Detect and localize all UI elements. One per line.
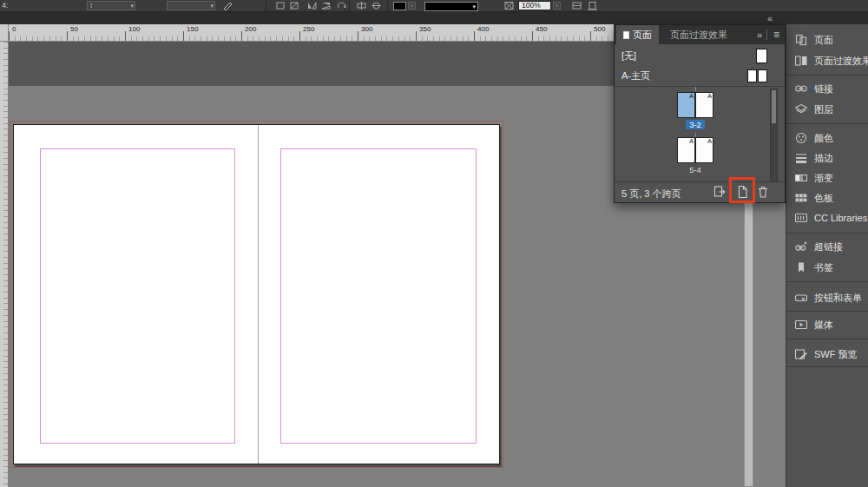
ruler-number: 350: [419, 25, 431, 33]
zoom-stepper[interactable]: ›: [553, 2, 561, 10]
spread-thumbnails-3-2: A A: [677, 92, 713, 118]
flip-vertical-icon[interactable]: [320, 1, 332, 10]
dock-divider: [786, 339, 868, 339]
dock-divider: [786, 281, 868, 282]
ruler-number: 450: [536, 25, 547, 33]
dock-item-label: 颜色: [814, 132, 833, 144]
hyperlinks-icon: [794, 240, 808, 253]
constrain-icon[interactable]: [503, 1, 515, 10]
dock-item-label: 图层: [814, 103, 833, 115]
toolbar-icon[interactable]: [289, 1, 300, 10]
ruler-origin-corner[interactable]: [0, 24, 9, 42]
toolbar-icon[interactable]: [371, 1, 382, 10]
page-thumbnail-5[interactable]: A: [677, 137, 695, 163]
buttons-forms-icon: [794, 292, 808, 304]
dock-divider: [786, 311, 868, 312]
dock-item-label: 书签: [814, 261, 833, 273]
indesign-window: 4: ↕ ▾ ▾ › ▾: [0, 0, 868, 487]
spread-binding-tick: [695, 87, 696, 91]
zoom-level-field[interactable]: 100%: [518, 1, 551, 10]
dock-item-buttons-and-forms[interactable]: 按钮和表单: [786, 289, 868, 306]
dock-item-label: CC Libraries: [814, 212, 867, 224]
dock-item-cc-libraries[interactable]: CC Libraries: [786, 209, 868, 227]
vertical-scrollbar[interactable]: [744, 202, 753, 487]
updown-icon: ↕: [89, 2, 93, 10]
toolbar-icon[interactable]: [356, 1, 367, 10]
master-none-label: [无]: [621, 49, 636, 63]
dock-item-gradient[interactable]: 渐变: [786, 169, 868, 187]
tab-page-transitions[interactable]: 页面过渡效果: [665, 25, 733, 44]
page-thumbnail-3[interactable]: A: [677, 92, 695, 118]
dock-item-stroke[interactable]: 描边: [786, 149, 868, 167]
toolbar-icon[interactable]: [571, 1, 582, 10]
vertical-ruler[interactable]: [0, 42, 9, 487]
tab-overflow-icon[interactable]: »: [757, 25, 762, 44]
dock-item-bookmarks[interactable]: 书签: [786, 259, 868, 276]
panel-divider: [615, 86, 785, 87]
collapse-panels-icon[interactable]: «: [767, 13, 773, 23]
toolbar-separator: [266, 1, 266, 11]
ruler-number: 300: [361, 25, 372, 33]
dock-item-links[interactable]: 链接: [786, 80, 868, 97]
chevron-down-icon: ▾: [472, 3, 476, 10]
fill-swatch[interactable]: [393, 2, 406, 10]
toolbar-icon[interactable]: [587, 1, 598, 10]
scrollbar-thumb[interactable]: [772, 90, 776, 123]
swatch-stepper[interactable]: ›: [408, 2, 416, 10]
edit-page-size-button[interactable]: [713, 184, 728, 200]
toolbar-left-label: 4:: [2, 1, 9, 10]
master-a-label: A-主页: [621, 69, 650, 82]
dock-item-layers[interactable]: 图层: [786, 101, 868, 118]
swf-preview-icon: [794, 348, 808, 360]
spread-label-text: 5-4: [686, 165, 705, 174]
dock-item-page-transitions[interactable]: 页面过渡效果: [786, 52, 868, 69]
dock-item-label: 超链接: [814, 240, 843, 253]
tab-page-transitions-label: 页面过渡效果: [670, 30, 727, 40]
document-spread[interactable]: [13, 124, 500, 464]
zoom-value: 100%: [522, 1, 541, 10]
rotate-icon[interactable]: [336, 1, 347, 10]
chevron-right-icon: ›: [556, 3, 557, 9]
dock-divider: [786, 75, 868, 76]
dock-item-label: 页面过渡效果: [814, 55, 868, 67]
stroke-preview-swatch[interactable]: ▾: [424, 2, 478, 11]
panel-dock: 页面 页面过渡效果 链接 图层 颜色 描边: [786, 24, 868, 487]
toolbar-separator: [349, 1, 350, 11]
dock-divider: [786, 123, 868, 124]
tab-pages[interactable]: 页面: [616, 25, 659, 44]
dock-item-hyperlinks[interactable]: 超链接: [786, 238, 868, 255]
spread-label-3-2[interactable]: 3-2: [677, 120, 713, 129]
dock-item-swatches[interactable]: 色板: [786, 189, 868, 207]
toolbar-dropdown[interactable]: ↕ ▾: [87, 1, 135, 10]
pen-icon[interactable]: [222, 1, 233, 10]
master-a-thumbnail-right[interactable]: [758, 69, 767, 82]
top-strip: «: [0, 12, 868, 24]
links-icon: [794, 82, 808, 95]
master-row-none[interactable]: [无]: [615, 46, 785, 66]
panel-menu-icon[interactable]: ≡: [773, 25, 779, 44]
pages-panel-scrollbar[interactable]: [770, 89, 778, 182]
spread-thumbnails-5-4: A A: [677, 137, 713, 163]
dock-item-media[interactable]: 媒体: [786, 316, 868, 333]
master-none-thumbnail[interactable]: [756, 49, 767, 63]
master-a-thumbnail-left[interactable]: [747, 69, 757, 82]
page-master-letter: A: [707, 93, 712, 100]
tab-pages-label: 页面: [633, 30, 652, 40]
dock-item-swf-preview[interactable]: SWF 预览: [786, 346, 868, 363]
horizontal-ruler[interactable]: 0 50 100 150 200 250 300 350 400 450 500: [9, 24, 614, 42]
toolbar-dropdown[interactable]: ▾: [167, 1, 215, 10]
page-thumbnail-2[interactable]: A: [695, 92, 713, 118]
dock-item-color[interactable]: 颜色: [786, 129, 868, 147]
spread-label-5-4[interactable]: 5-4: [677, 165, 713, 174]
pages-status-text: 5 页, 3 个跨页: [621, 188, 681, 201]
dock-item-pages[interactable]: 页面: [786, 31, 868, 49]
flip-horizontal-icon[interactable]: [306, 1, 318, 10]
page-thumbnail-4[interactable]: A: [695, 137, 713, 163]
toolbar-icon[interactable]: [275, 1, 286, 10]
margin-guide-left-page: [40, 148, 235, 444]
toolbar-separator: [387, 1, 388, 11]
master-row-a[interactable]: A-主页: [615, 66, 785, 86]
pages-tab-icon: [623, 31, 629, 39]
delete-page-button[interactable]: [756, 184, 772, 200]
dock-item-label: 描边: [814, 152, 833, 164]
